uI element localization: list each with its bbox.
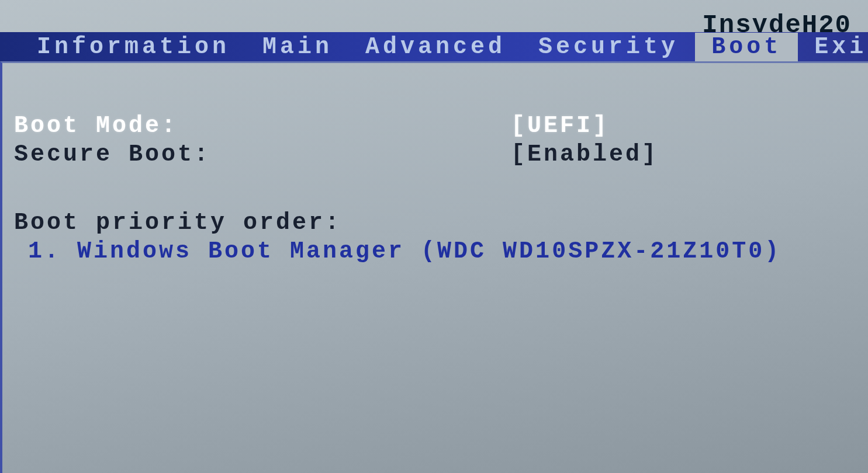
tab-advanced[interactable]: Advanced [349,33,522,61]
tab-information[interactable]: Information [20,33,246,61]
boot-mode-row[interactable]: Boot Mode: [UEFI] [14,113,868,139]
boot-mode-label: Boot Mode: [14,113,511,139]
bios-screen: InsydeH20 Information Main Advanced Secu… [0,0,868,473]
tab-exit[interactable]: Exit [798,33,868,61]
tab-main[interactable]: Main [246,33,349,61]
secure-boot-label: Secure Boot: [14,141,511,168]
boot-priority-item-1[interactable]: 1. Windows Boot Manager (WDC WD10SPZX-21… [14,238,868,265]
secure-boot-value: [Enabled] [511,141,658,168]
tab-boot[interactable]: Boot [695,33,798,61]
tab-security[interactable]: Security [522,33,695,61]
secure-boot-row[interactable]: Secure Boot: [Enabled] [14,141,868,168]
content-area: Boot Mode: [UEFI] Secure Boot: [Enabled]… [0,61,868,473]
boot-mode-value: [UEFI] [511,113,609,139]
tab-bar: Information Main Advanced Security Boot … [0,32,868,61]
boot-priority-header: Boot priority order: [14,210,868,236]
content-inner: Boot Mode: [UEFI] Secure Boot: [Enabled]… [2,63,868,265]
boot-priority-section: Boot priority order: 1. Windows Boot Man… [14,210,868,265]
